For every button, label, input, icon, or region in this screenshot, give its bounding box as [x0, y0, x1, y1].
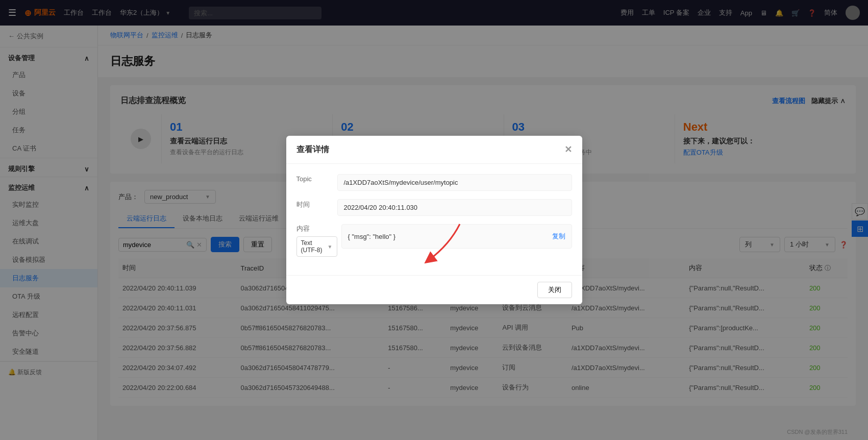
modal-header: 查看详情 ✕: [286, 136, 582, 164]
modal-time-label: 时间: [296, 199, 337, 209]
modal-topic-row: Topic /a1XDD7aoXtS/mydevice/user/mytopic: [296, 174, 572, 191]
modal-topic-label: Topic: [296, 174, 337, 183]
modal-overlay[interactable]: 查看详情 ✕ Topic /a1XDD7aoXtS/mydevice/user/…: [0, 0, 868, 440]
modal-close-btn[interactable]: 关闭: [537, 282, 572, 298]
modal-footer: 关闭: [286, 275, 582, 304]
modal-body: Topic /a1XDD7aoXtS/mydevice/user/mytopic…: [286, 164, 582, 275]
content-format-selector[interactable]: Text (UTF-8) ▼: [296, 236, 337, 257]
modal-content-row: 内容 Text (UTF-8) ▼ { "msg": "hello" } 复制: [296, 224, 572, 257]
modal-content-value-wrapper: { "msg": "hello" } 复制: [341, 224, 572, 249]
modal-topic-value: /a1XDD7aoXtS/mydevice/user/mytopic: [337, 174, 572, 191]
detail-modal: 查看详情 ✕ Topic /a1XDD7aoXtS/mydevice/user/…: [286, 136, 582, 304]
modal-content-value: { "msg": "hello" }: [348, 233, 396, 240]
modal-time-value: 2022/04/20 20:40:11.030: [337, 199, 572, 216]
modal-content-label: 内容: [296, 224, 337, 233]
modal-content-label-wrap: 内容 Text (UTF-8) ▼: [296, 224, 337, 257]
modal-time-row: 时间 2022/04/20 20:40:11.030: [296, 199, 572, 216]
modal-title: 查看详情: [296, 144, 329, 155]
modal-close-button[interactable]: ✕: [564, 144, 572, 155]
copy-button[interactable]: 复制: [552, 232, 565, 241]
format-chevron: ▼: [328, 244, 333, 250]
